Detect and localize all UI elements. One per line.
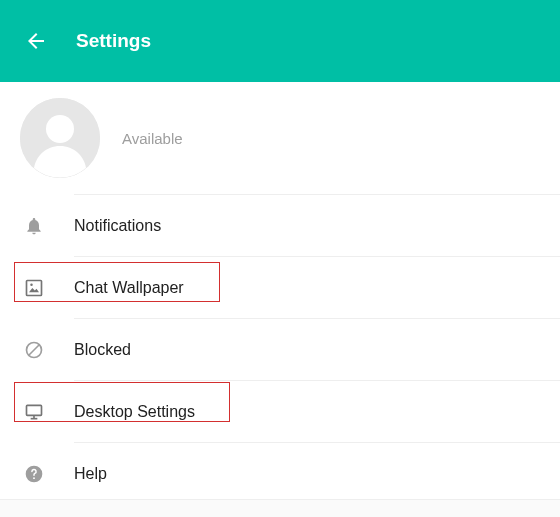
content: Available Notifications Chat Wallpaper bbox=[0, 82, 560, 504]
bell-icon bbox=[22, 214, 46, 238]
back-arrow-icon[interactable] bbox=[24, 29, 48, 53]
header: Settings bbox=[0, 0, 560, 82]
avatar bbox=[20, 98, 100, 178]
settings-item-help[interactable]: Help bbox=[74, 443, 560, 504]
svg-rect-2 bbox=[27, 280, 42, 295]
blocked-icon bbox=[22, 338, 46, 362]
desktop-icon bbox=[22, 400, 46, 424]
settings-list: Notifications Chat Wallpaper Blocke bbox=[0, 194, 560, 504]
settings-item-notifications[interactable]: Notifications bbox=[74, 195, 560, 256]
settings-item-label: Blocked bbox=[74, 341, 131, 359]
profile-row[interactable]: Available bbox=[0, 82, 560, 194]
help-icon bbox=[22, 462, 46, 486]
svg-point-3 bbox=[30, 283, 33, 286]
page-title: Settings bbox=[76, 30, 151, 52]
svg-line-5 bbox=[29, 345, 39, 355]
bottom-gap bbox=[0, 499, 560, 517]
settings-item-chat-wallpaper[interactable]: Chat Wallpaper bbox=[74, 257, 560, 318]
svg-point-1 bbox=[46, 115, 74, 143]
settings-item-desktop-settings[interactable]: Desktop Settings bbox=[74, 381, 560, 442]
settings-item-blocked[interactable]: Blocked bbox=[74, 319, 560, 380]
settings-item-label: Desktop Settings bbox=[74, 403, 195, 421]
wallpaper-icon bbox=[22, 276, 46, 300]
status-text: Available bbox=[122, 130, 183, 147]
settings-item-label: Chat Wallpaper bbox=[74, 279, 184, 297]
settings-item-label: Help bbox=[74, 465, 107, 483]
svg-point-10 bbox=[33, 477, 35, 479]
settings-item-label: Notifications bbox=[74, 217, 161, 235]
svg-rect-6 bbox=[27, 405, 42, 415]
